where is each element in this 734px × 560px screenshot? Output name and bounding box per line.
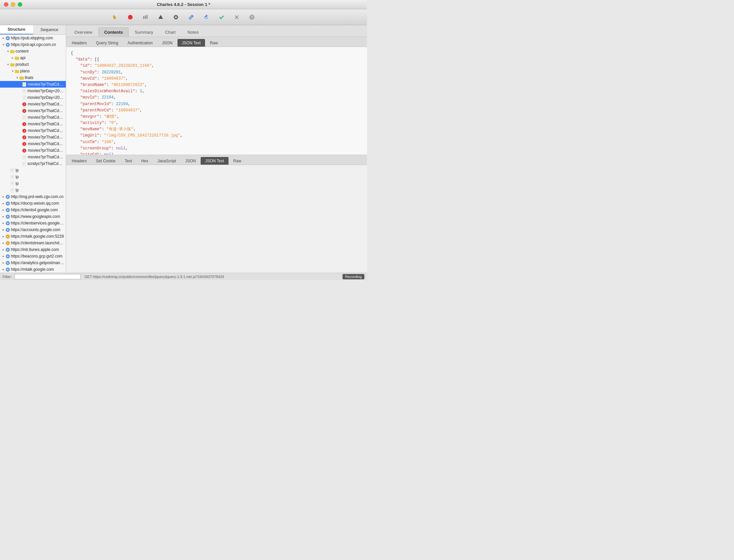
tree-item-prd-api-cgv[interactable]: ▾https://prd-api.cgv.com.cn [0, 41, 66, 48]
tree-icon-clients4-google [5, 208, 10, 212]
tab-structure[interactable]: Structure [0, 25, 33, 34]
tree-item-mtalk[interactable]: ▸https://mtalk.google.com:5228 [0, 233, 66, 240]
tree-item-scndys[interactable]: scndys?prThatCd=1166&prMovCd=1000483 [0, 160, 66, 167]
svg-rect-2 [145, 16, 146, 19]
tree-arrow: ▸ [1, 254, 5, 258]
tree-item-movies7[interactable]: !movies?prThatCd=1166&chlnNo=05 [0, 121, 66, 127]
window-controls [4, 2, 22, 7]
tree-item-clients4-google[interactable]: ▸https://clients4.google.com [0, 207, 66, 213]
checkmark-button[interactable] [217, 12, 226, 22]
tree-item-movies10[interactable]: !movies?prThatCd=1166&chlnNo=05 [0, 140, 66, 147]
tree-item-clientservices[interactable]: ▸https://clientservices.googleapis.com [0, 220, 66, 226]
tree-item-ip1[interactable]: ip [0, 167, 66, 174]
res-tab-json-text[interactable]: JSON Text [201, 157, 228, 165]
tree-item-movies2[interactable]: movies?prDay=20220129&prThatCd=116 [0, 88, 66, 94]
tree-item-movies11[interactable]: !movies?prThatCd=1166&chlnNo=05 [0, 147, 66, 154]
res-tab-json[interactable]: JSON [181, 157, 200, 165]
tree-item-clientstream[interactable]: ▸https://clientstream.launchdarkly.com [0, 240, 66, 246]
tree-item-analytics-postman[interactable]: ▸https://analytics.getpostman.com [0, 260, 66, 266]
tree-item-ip3[interactable]: ip [0, 180, 66, 187]
refresh-button[interactable] [201, 12, 211, 22]
breakpoints-button[interactable] [156, 12, 166, 22]
res-tab-javascript[interactable]: JavaScript [153, 157, 180, 165]
tree-item-movies12[interactable]: movies?prThatCd=1166&chlnNo=05 [0, 154, 66, 160]
settings-button[interactable] [171, 12, 181, 22]
cursor-tool-button[interactable] [110, 12, 120, 22]
tree-item-thats[interactable]: ▾thats [0, 74, 66, 81]
req-tab-raw[interactable]: Raw [206, 39, 222, 47]
request-json-content[interactable]: { "data": [{ "id": "10004837_20220201_11… [66, 47, 367, 155]
maximize-button[interactable] [18, 2, 22, 7]
tree-item-accounts-google[interactable]: ▸https://accounts.google.com [0, 226, 66, 233]
tree-label: https://clients4.google.com [11, 208, 58, 212]
tree-label: movies?prDay=20220129&prThatCd=116 [27, 89, 64, 93]
tree-item-pub-idqqimg[interactable]: ▸https://pub.idqqimg.com [0, 35, 66, 41]
req-tab-query-string[interactable]: Query String [92, 39, 122, 47]
tree-item-movies8[interactable]: !movies?prThatCd=1166&chlnNo=05 [0, 127, 66, 134]
tree-label: movies?prThatCd=1166&chlnNo=05 [28, 141, 64, 146]
tree-label: https://analytics.getpostman.com [11, 260, 64, 265]
tree-item-docrp-weixin[interactable]: ▸https://docrp.weixin.qq.com [0, 200, 66, 207]
tree-icon-movies4: ! [22, 102, 27, 106]
tree-item-api[interactable]: ▸api [0, 55, 66, 61]
tree-item-movies6[interactable]: movies?prThatCd=1166&chlnNo=05 [0, 114, 66, 121]
tree-label: https://prd-api.cgv.com.cn [11, 42, 56, 47]
tree-item-googleapis[interactable]: ▸https://www.googleapis.com [0, 213, 66, 220]
tree-item-product[interactable]: ▾product [0, 61, 66, 68]
tree-item-movies5[interactable]: !movies?prThatCd=1166&chlnNo=05 [0, 107, 66, 114]
compose-button[interactable] [186, 12, 196, 22]
tree-arrow: ▸ [1, 228, 5, 232]
help-button[interactable]: ? [247, 12, 257, 22]
tab-summary[interactable]: Summary [129, 27, 159, 37]
tree-label: https://pub.idqqimg.com [11, 36, 53, 40]
req-tab-json-text[interactable]: JSON Text [178, 39, 205, 47]
tree-icon-init-itunes [5, 247, 10, 252]
tab-sequence[interactable]: Sequence [33, 25, 66, 34]
res-tab-hex[interactable]: Hex [137, 157, 152, 165]
tree-label: https://mtalk.google.com [11, 267, 54, 272]
tree-item-ip4[interactable]: ip [0, 187, 66, 193]
tree-label: https://accounts.google.com [11, 227, 60, 232]
tree-item-content[interactable]: ▾content [0, 48, 66, 55]
close-button[interactable] [4, 2, 8, 7]
tree-label: thats [25, 75, 33, 80]
res-tab-set-cookie[interactable]: Set Cookie [92, 157, 120, 165]
tree-item-img-prd[interactable]: ▸http://img.prd-web.cgv.com.cn [0, 193, 66, 200]
res-tab-raw[interactable]: Raw [229, 157, 246, 165]
tree-item-movies3[interactable]: movies?prDay=20220201&prThatCd=116 [0, 94, 66, 101]
filter-input[interactable] [15, 274, 81, 279]
req-tab-authentication[interactable]: Authentication [123, 39, 157, 47]
tree-item-mtalk-google2[interactable]: ▸https://mtalk.google.com [0, 266, 66, 273]
record-button[interactable] [125, 12, 135, 22]
tab-notes[interactable]: Notes [182, 27, 204, 37]
tab-overview[interactable]: Overview [69, 27, 98, 37]
svg-text:!: ! [24, 149, 25, 152]
content-view: Headers Query String Authentication JSON… [66, 37, 367, 273]
req-tab-headers[interactable]: Headers [67, 39, 91, 47]
tree-item-plans[interactable]: ▾plans [0, 68, 66, 74]
tree-label: movies?prThatCd=1166&chlnNo=05 [28, 115, 64, 120]
tools-button[interactable] [232, 12, 242, 22]
response-section: Headers Set Cookie Text Hex JavaScript J… [66, 155, 367, 273]
minimize-button[interactable] [11, 2, 15, 7]
req-tab-json[interactable]: JSON [158, 39, 177, 47]
response-json-content[interactable] [66, 165, 367, 273]
res-tab-text[interactable]: Text [120, 157, 136, 165]
tree-item-movies1[interactable]: movies?prThatCd=1166&chlnNo=05 [0, 81, 66, 88]
tree-arrow: ▸ [1, 267, 5, 271]
res-tab-headers[interactable]: Headers [67, 157, 91, 165]
tree-item-ip2[interactable]: ip [0, 174, 66, 180]
tab-chart[interactable]: Chart [159, 27, 181, 37]
tree-item-movies4[interactable]: !movies?prThatCd=1166&chlnNo=05 [0, 101, 66, 107]
tree-item-movies9[interactable]: !movies?prThatCd=1166&chlnNo=05 [0, 134, 66, 140]
tree-item-beacons-gcp[interactable]: ▸https://beacons.gcp.gvt2.com [0, 253, 66, 260]
tree-icon-movies6 [22, 115, 27, 120]
tree-item-init-itunes[interactable]: ▸https://init.itunes.apple.com [0, 246, 66, 253]
tab-contents[interactable]: Contents [99, 27, 128, 37]
tree-arrow: ▾ [11, 69, 15, 73]
svg-rect-3 [146, 15, 147, 19]
tree-arrow: ▾ [6, 49, 10, 53]
svg-rect-1 [143, 16, 144, 19]
throttle-button[interactable] [141, 12, 150, 22]
tree-icon-prd-api-cgv [5, 42, 10, 47]
